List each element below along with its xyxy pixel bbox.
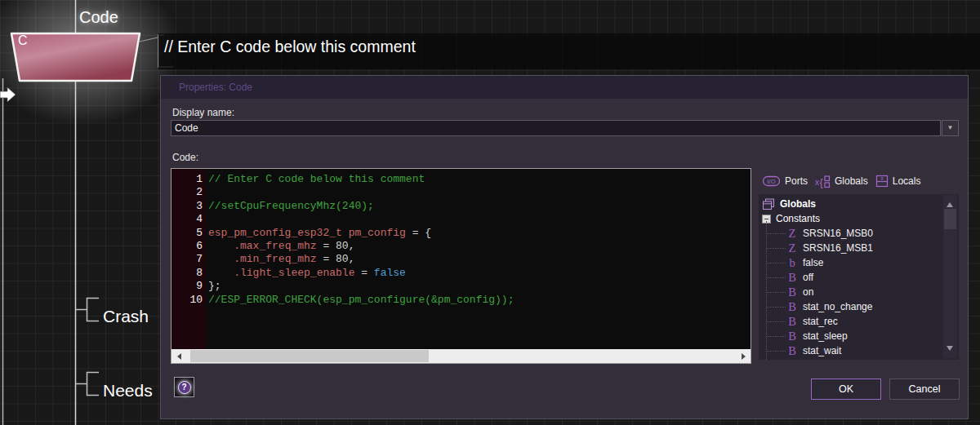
line-number: 8 — [172, 267, 203, 280]
type-B-icon: B — [786, 344, 799, 358]
tree-item-label: SRSN16_MSB0 — [803, 228, 873, 239]
globals-icon: x { — [815, 175, 831, 188]
line-number: 2 — [172, 186, 203, 199]
code-line: }; — [208, 280, 751, 293]
scroll-up-icon[interactable] — [947, 199, 953, 207]
type-B-icon: B — [786, 315, 799, 329]
node-label-needs[interactable]: Needs — [103, 381, 153, 401]
tree-item-stat_wait[interactable]: Bstat_wait — [759, 343, 959, 358]
display-name-dropdown-button[interactable]: ▼ — [942, 120, 959, 136]
tree-item-label: stat_wait — [803, 345, 841, 356]
type-B-icon: B — [786, 286, 799, 299]
dialog-title[interactable]: Properties: Code — [161, 76, 968, 99]
code-line: esp_pm_config_esp32_t pm_config = { — [208, 227, 751, 240]
code-line: //ESP_ERROR_CHECK(esp_pm_configure(&pm_c… — [208, 294, 751, 307]
node-label-crash[interactable]: Crash — [103, 307, 149, 326]
scrollbar-thumb[interactable] — [190, 350, 429, 362]
line-number: 5 — [172, 227, 203, 240]
tree-item-label: on — [803, 286, 813, 298]
code-label: Code: — [172, 152, 198, 163]
tree-scrollbar-thumb[interactable] — [944, 209, 956, 229]
tree-group-label: Constants — [776, 213, 820, 224]
ok-button[interactable]: OK — [811, 379, 881, 400]
line-number: 7 — [172, 253, 203, 266]
scrollbar-track[interactable] — [185, 349, 737, 363]
tree-item-label: SRSN16_MSB1 — [803, 242, 873, 254]
tree-item-label: stat_rec — [803, 316, 838, 327]
tree-group-constants[interactable]: − Constants — [759, 211, 959, 226]
type-Z-icon: Z — [786, 227, 799, 241]
tree-root-label: Globals — [780, 198, 816, 210]
code-line — [208, 213, 751, 226]
code-line: .light_sleep_enable = false — [208, 267, 751, 280]
tree-connector — [766, 263, 786, 263]
svg-text:I/O: I/O — [767, 178, 775, 185]
tree-connector — [766, 307, 786, 308]
tree-connector — [766, 292, 786, 293]
node-title[interactable]: Code — [79, 8, 118, 27]
side-panel-tabs: I/O Ports x { Globals x Locals — [762, 172, 920, 190]
line-number: 10 — [172, 294, 203, 307]
tree-item-SRSN16_MSB0[interactable]: ZSRSN16_MSB0 — [759, 226, 959, 241]
tree-scrollbar[interactable] — [943, 195, 957, 358]
tab-label: Locals — [893, 175, 921, 187]
tree-connector — [766, 336, 786, 337]
line-number: 9 — [172, 280, 203, 293]
tab-locals[interactable]: x Locals — [875, 175, 921, 188]
start-arrow-icon[interactable] — [0, 86, 16, 103]
tree-item-label: stat_no_change — [803, 301, 872, 312]
tree-item-partial[interactable]: B — [759, 358, 959, 360]
ports-io-icon: I/O — [762, 175, 781, 187]
tree-item-SRSN16_MSB1[interactable]: ZSRSN16_MSB1 — [759, 241, 959, 255]
tree-item-on[interactable]: Bon — [759, 285, 959, 299]
tab-globals[interactable]: x { Globals — [815, 175, 868, 188]
tree-item-label: false — [803, 257, 823, 268]
tree-item-stat_no_change[interactable]: Bstat_no_change — [759, 299, 959, 314]
line-number: 6 — [172, 240, 203, 253]
line-number: 3 — [172, 200, 203, 213]
comment-annotation-text[interactable]: // Enter C code below this comment — [164, 38, 416, 56]
tree-item-stat_sleep[interactable]: Bstat_sleep — [759, 329, 959, 343]
properties-dialog: Properties: Code Display name: ▼ Code: 1… — [160, 75, 969, 419]
code-editor[interactable]: 12345678910 // Enter C code below this c… — [171, 168, 751, 364]
display-name-input[interactable] — [171, 120, 941, 136]
code-content[interactable]: // Enter C code below this comment //set… — [206, 169, 751, 349]
tab-ports[interactable]: I/O Ports — [762, 175, 808, 187]
tree-root-globals[interactable]: Globals — [759, 197, 959, 211]
help-button[interactable]: ? — [174, 377, 194, 397]
type-b-icon: b — [786, 256, 799, 270]
type-B-icon: B — [786, 359, 799, 361]
editor-horizontal-scrollbar[interactable] — [172, 349, 751, 363]
question-mark-icon: ? — [178, 381, 191, 394]
tree-connector — [766, 351, 786, 352]
left-arrow-icon — [174, 353, 181, 360]
display-name-label: Display name: — [172, 107, 234, 118]
tree-item-label: stat_sleep — [803, 330, 848, 342]
tab-label: Globals — [835, 175, 868, 187]
line-number: 1 — [172, 173, 203, 186]
tree-item-false[interactable]: bfalse — [759, 255, 959, 270]
scroll-left-button[interactable] — [172, 349, 185, 363]
globals-tree-panel[interactable]: Globals − Constants ZSRSN16_MSB0ZSRSN16_… — [759, 194, 959, 360]
code-line: //setCpuFrequencyMhz(240); — [208, 200, 751, 213]
svg-text:x: x — [880, 175, 884, 181]
code-line: .min_freq_mhz = 80, — [208, 253, 751, 266]
type-B-icon: B — [786, 300, 799, 314]
cancel-button[interactable]: Cancel — [889, 379, 960, 400]
tree-item-off[interactable]: Boff — [759, 270, 959, 285]
code-component-node[interactable]: C — [9, 31, 143, 86]
tree-connector — [766, 277, 786, 278]
code-line: // Enter C code below this comment — [208, 173, 751, 186]
scroll-down-icon[interactable] — [947, 346, 953, 354]
component-letter: C — [18, 33, 28, 48]
tab-label: Ports — [785, 175, 808, 187]
type-B-icon: B — [786, 271, 799, 285]
globals-tree-items: ZSRSN16_MSB0ZSRSN16_MSB1bfalseBoffBonBst… — [759, 226, 959, 360]
tree-item-stat_rec[interactable]: Bstat_rec — [759, 314, 959, 329]
tree-connector — [766, 248, 786, 249]
tree-connector — [766, 233, 786, 234]
tree-connector — [766, 321, 786, 322]
locals-icon: x — [875, 175, 889, 188]
svg-text:{: { — [820, 175, 824, 188]
scroll-right-button[interactable] — [737, 349, 751, 363]
